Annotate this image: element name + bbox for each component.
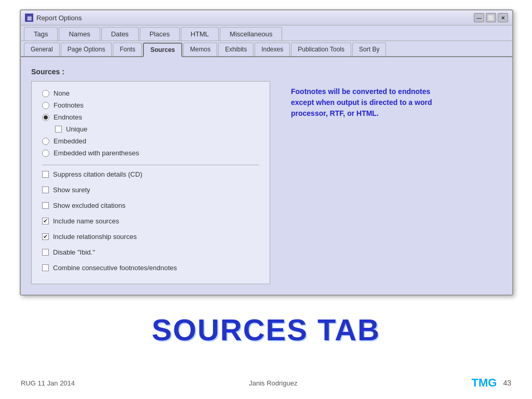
radio-endnotes: Endnotes <box>42 113 259 121</box>
checkbox-suppress-input[interactable] <box>42 171 49 178</box>
checkbox-surety: Show surety <box>42 186 259 194</box>
window-controls: — ⬜ ✕ <box>474 13 508 22</box>
radio-footnotes-input[interactable] <box>42 102 49 109</box>
radio-endnotes-input[interactable] <box>42 114 49 121</box>
footer-author: Janis Rodriguez <box>249 379 297 387</box>
tab-dates[interactable]: Dates <box>101 27 139 41</box>
tab-memos[interactable]: Memos <box>183 43 217 56</box>
footer-right: TMG 43 <box>472 376 511 390</box>
right-info: Footnotes will be converted to endnotes … <box>286 81 452 284</box>
checkbox-name-sources-input[interactable] <box>42 218 49 224</box>
radio-embedded-paren-input[interactable] <box>42 150 49 157</box>
checkbox-excluded-input[interactable] <box>42 202 49 209</box>
tab-names[interactable]: Names <box>59 27 100 41</box>
radio-none-label: None <box>54 89 70 97</box>
checkbox-excluded: Show excluded citations <box>42 202 259 209</box>
footer-tmg: TMG <box>472 376 497 390</box>
source-type-group: None Footnotes Endnotes Unique <box>42 89 259 157</box>
checkbox-ibid-input[interactable] <box>42 249 49 256</box>
tab-sources[interactable]: Sources <box>143 43 182 57</box>
report-options-dialog: ▦ Report Options — ⬜ ✕ Tags Names Dates … <box>20 9 513 296</box>
tab-page-options[interactable]: Page Options <box>61 43 112 56</box>
content-row: None Footnotes Endnotes Unique <box>31 81 502 284</box>
info-text: Footnotes will be converted to endnotes … <box>291 86 447 119</box>
tab-publication-tools[interactable]: Publication Tools <box>291 43 351 56</box>
options-checkboxes: Suppress citation details (CD) Show sure… <box>42 170 259 276</box>
dialog-icon: ▦ <box>25 14 33 22</box>
divider <box>42 165 259 165</box>
big-title: SOURCES TAB <box>152 312 380 347</box>
close-button[interactable]: ✕ <box>498 13 508 22</box>
radio-endnotes-label: Endnotes <box>54 113 82 121</box>
checkbox-unique-input[interactable] <box>55 126 62 132</box>
tab-html[interactable]: HTML <box>181 27 219 41</box>
checkbox-rel-sources: Include relationship sources <box>42 233 259 241</box>
tab-places[interactable]: Places <box>140 27 180 41</box>
content-area: Sources : None Footnotes <box>21 57 512 295</box>
tab-tags[interactable]: Tags <box>24 27 58 41</box>
dialog-title: Report Options <box>36 14 82 22</box>
tab-exhibits[interactable]: Exhibits <box>218 43 254 56</box>
sources-label: Sources : <box>31 68 502 76</box>
tab-sort-by[interactable]: Sort By <box>352 43 386 56</box>
radio-embedded-paren-label: Embedded with parentheses <box>54 149 139 157</box>
checkbox-unique-label: Unique <box>66 125 87 133</box>
top-tab-row: Tags Names Dates Places HTML Miscellaneo… <box>21 25 512 41</box>
checkbox-name-sources-label: Include name sources <box>53 217 119 225</box>
tab-fonts[interactable]: Fonts <box>113 43 142 56</box>
tab-general[interactable]: General <box>24 43 60 56</box>
radio-embedded: Embedded <box>42 137 259 145</box>
checkbox-rel-sources-input[interactable] <box>42 233 49 240</box>
checkbox-excluded-label: Show excluded citations <box>53 202 125 209</box>
checkbox-suppress: Suppress citation details (CD) <box>42 170 259 178</box>
radio-none-input[interactable] <box>42 90 49 97</box>
checkbox-rel-sources-label: Include relationship sources <box>53 233 137 241</box>
checkbox-combine: Combine consecutive footnotes/endnotes <box>42 264 259 272</box>
radio-embedded-input[interactable] <box>42 138 49 145</box>
footer-date: RUG 11 Jan 2014 <box>21 379 75 387</box>
minimize-button[interactable]: — <box>474 13 484 22</box>
bottom-tab-row: General Page Options Fonts Sources Memos… <box>21 41 512 57</box>
checkbox-combine-input[interactable] <box>42 264 49 271</box>
checkbox-ibid: Disable "Ibid." <box>42 248 259 256</box>
checkbox-name-sources: Include name sources <box>42 217 259 225</box>
tab-miscellaneous[interactable]: Miscellaneous <box>220 27 282 41</box>
radio-embedded-label: Embedded <box>54 137 86 145</box>
footer-page: 43 <box>503 379 511 387</box>
title-bar-left: ▦ Report Options <box>25 14 82 22</box>
radio-footnotes: Footnotes <box>42 101 259 109</box>
checkbox-unique: Unique <box>55 125 259 133</box>
radio-embedded-paren: Embedded with parentheses <box>42 149 259 157</box>
slide: ▦ Report Options — ⬜ ✕ Tags Names Dates … <box>0 0 532 399</box>
footer: RUG 11 Jan 2014 Janis Rodriguez TMG 43 <box>0 376 532 390</box>
checkbox-surety-input[interactable] <box>42 187 49 193</box>
checkbox-surety-label: Show surety <box>53 186 90 194</box>
checkbox-combine-label: Combine consecutive footnotes/endnotes <box>53 264 177 272</box>
title-bar: ▦ Report Options — ⬜ ✕ <box>21 10 512 25</box>
checkbox-suppress-label: Suppress citation details (CD) <box>53 170 142 178</box>
tab-indexes[interactable]: Indexes <box>255 43 290 56</box>
checkbox-ibid-label: Disable "Ibid." <box>53 248 95 256</box>
radio-none: None <box>42 89 259 97</box>
maximize-button[interactable]: ⬜ <box>486 13 496 22</box>
radio-footnotes-label: Footnotes <box>54 101 84 109</box>
left-panel: None Footnotes Endnotes Unique <box>31 81 270 284</box>
